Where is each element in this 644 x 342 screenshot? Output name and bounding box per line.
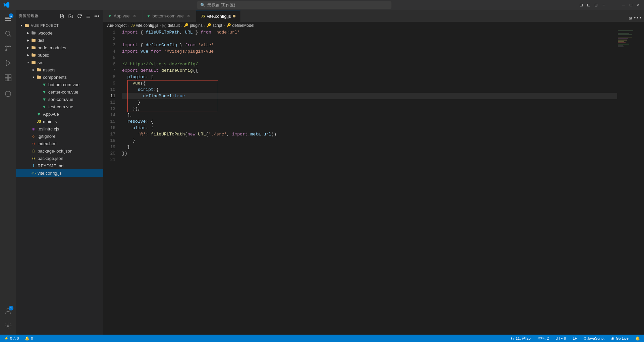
status-position[interactable]: 行 11, 列 25 [509, 335, 532, 342]
tree-item-pkg-lock[interactable]: ▶ {} package-lock.json [16, 147, 103, 155]
code-area[interactable]: import { fileURLToPath , URL } from 'nod… [119, 29, 617, 335]
tree-item-index-html[interactable]: ▶ ⟨⟩ index.html [16, 140, 103, 147]
tree-item-node-modules[interactable]: ▶ node_modules [16, 44, 103, 51]
activity-extensions-icon[interactable] [1, 70, 15, 85]
status-error-text: 0 △ 0 [10, 336, 19, 341]
tab-app-vue[interactable]: ▼ App.vue ✕ [103, 10, 142, 22]
svg-marker-7 [6, 60, 11, 66]
tree-item-src[interactable]: ▼ src [16, 59, 103, 66]
more-actions-btn[interactable]: ••• [93, 12, 101, 20]
status-warning-text: 0 [31, 336, 33, 340]
bottom-com-tab-close[interactable]: ✕ [186, 13, 191, 19]
code-line-5 [122, 55, 617, 61]
tree-item-gitignore[interactable]: ▶ ◇ .gitignore [16, 132, 103, 140]
restore-btn[interactable]: □ [629, 3, 633, 7]
panel-toggle-btn[interactable]: ⊡ [586, 3, 591, 7]
status-language[interactable]: {} JavaScript [582, 335, 606, 342]
more-tab-actions-btn[interactable]: ••• [634, 14, 641, 22]
breadcrumb: vue-project › JS vite.config.js › [e] de… [103, 22, 644, 29]
breadcrumb-definemodel[interactable]: defineModel [232, 23, 254, 28]
activity-explorer-icon[interactable]: 1 [1, 11, 15, 26]
son-com-file-icon: ▼ [42, 97, 47, 102]
src-label: src [38, 60, 43, 65]
activity-search-icon[interactable] [1, 26, 15, 41]
tab-vite-config[interactable]: JS vite.config.js [196, 10, 241, 22]
svg-rect-11 [8, 78, 11, 81]
refresh-btn[interactable] [76, 12, 83, 20]
tab-bottom-com[interactable]: ▼ bottom-com.vue ✕ [142, 10, 196, 22]
minimize-btn[interactable]: ─ [621, 3, 626, 7]
activity-bar: 1 [0, 10, 16, 335]
activity-settings-icon[interactable] [1, 319, 15, 333]
tree-item-components[interactable]: ▼ components [16, 73, 103, 81]
status-language-text: {} JavaScript [584, 336, 604, 340]
status-go-live[interactable]: ◉ Go Live [610, 335, 630, 342]
editor-content[interactable]: 1 2 3 4 5 6 7 8 9 10 11 12 13 14 15 16 1… [103, 29, 644, 335]
breadcrumb-plugins[interactable]: plugins [190, 23, 203, 28]
tree-item-app-vue[interactable]: ▶ ▼ App.vue [16, 110, 103, 118]
app-vue-tab-close[interactable]: ✕ [132, 13, 137, 19]
status-warning-count[interactable]: 🔔 0 [23, 335, 34, 342]
tree-item-bottom-com[interactable]: ▶ ▼ bottom-com.vue [16, 81, 103, 88]
tree-item-test-com[interactable]: ▶ ▼ test-com.vue [16, 103, 103, 110]
code-line-14: ], [122, 112, 617, 118]
customize-btn[interactable]: ⋯ [601, 3, 606, 7]
code-line-7: export default defineConfig ({ [122, 67, 617, 74]
svg-point-0 [6, 31, 10, 36]
assets-folder-icon [36, 67, 42, 72]
tree-item-vscode[interactable]: ▶ .vscode [16, 29, 103, 37]
line-num-2: 2 [103, 36, 115, 42]
status-eol[interactable]: LF [571, 335, 578, 342]
status-indentation[interactable]: 空格: 2 [536, 335, 550, 342]
line-num-12: 12 [103, 99, 115, 106]
split-editor-btn[interactable]: ⊞ [594, 3, 598, 7]
line-num-19: 19 [103, 144, 115, 150]
collapse-all-btn[interactable] [85, 12, 92, 20]
tree-item-public[interactable]: ▶ public [16, 51, 103, 59]
tree-item-eslintrc[interactable]: ▶ ◉ .eslintrc.cjs [16, 125, 103, 132]
pkg-label: package.json [38, 156, 63, 161]
svg-rect-8 [5, 75, 8, 77]
tree-item-assets[interactable]: ▶ assets [16, 66, 103, 73]
new-file-btn[interactable] [58, 12, 66, 20]
tree-item-readme[interactable]: ▶ ℹ README.md [16, 162, 103, 169]
vite-config-label: vite.config.js [38, 171, 62, 176]
breadcrumb-plugins-icon: 🔑 [184, 23, 189, 27]
tree-item-son-com[interactable]: ▶ ▼ son-com.vue [16, 96, 103, 103]
bottom-com-file-icon: ▼ [42, 82, 47, 87]
status-encoding[interactable]: UTF-8 [554, 335, 567, 342]
breadcrumb-vue-project[interactable]: vue-project [107, 23, 126, 28]
close-btn[interactable]: ✕ [636, 3, 641, 7]
title-bar-right: ⊟ ⊡ ⊞ ⋯ ─ □ ✕ [579, 3, 641, 7]
assets-label: assets [43, 67, 56, 72]
status-notifications[interactable]: 🔔 [634, 335, 641, 342]
layout-toggle-btn[interactable]: ⊟ [579, 3, 584, 7]
dist-arrow-icon: ▶ [25, 38, 31, 43]
split-editor-tab-btn[interactable]: ⊡ [627, 14, 634, 22]
tree-item-root[interactable]: ▼ vue-project [16, 22, 103, 29]
activity-accounts-icon[interactable]: 1 [1, 304, 15, 319]
breadcrumb-default[interactable]: default [168, 23, 180, 28]
new-folder-btn[interactable] [67, 12, 74, 20]
svg-rect-10 [5, 78, 8, 81]
breadcrumb-vite-config[interactable]: vite.config.js [136, 23, 158, 28]
tree-item-pkg[interactable]: ▶ {} package.json [16, 155, 103, 162]
breadcrumb-sep-1: › [128, 23, 129, 28]
tree-item-dist[interactable]: ▶ dist [16, 37, 103, 44]
activity-source-control-icon[interactable] [1, 41, 15, 56]
status-error-count[interactable]: ⚡ 0 △ 0 [3, 335, 20, 342]
status-eol-text: LF [573, 336, 577, 340]
gitignore-label: .gitignore [38, 134, 55, 139]
readme-label: README.md [38, 163, 63, 168]
svg-point-2 [6, 46, 7, 47]
components-folder-icon [36, 74, 42, 80]
tree-item-vite-config[interactable]: ▶ JS vite.config.js [16, 169, 103, 177]
breadcrumb-script[interactable]: script [213, 23, 222, 28]
search-bar[interactable]: 🔍 无标题 (工作区) [197, 1, 391, 9]
activity-run-debug-icon[interactable] [1, 56, 15, 70]
lightbulb-icon[interactable]: 💡 [119, 93, 120, 99]
tok-import-1: import [122, 29, 138, 36]
tree-item-main-js[interactable]: ▶ JS main.js [16, 118, 103, 125]
tree-item-center-com[interactable]: ▶ ▼ center-com.vue [16, 88, 103, 96]
activity-ai-icon[interactable] [1, 87, 15, 101]
